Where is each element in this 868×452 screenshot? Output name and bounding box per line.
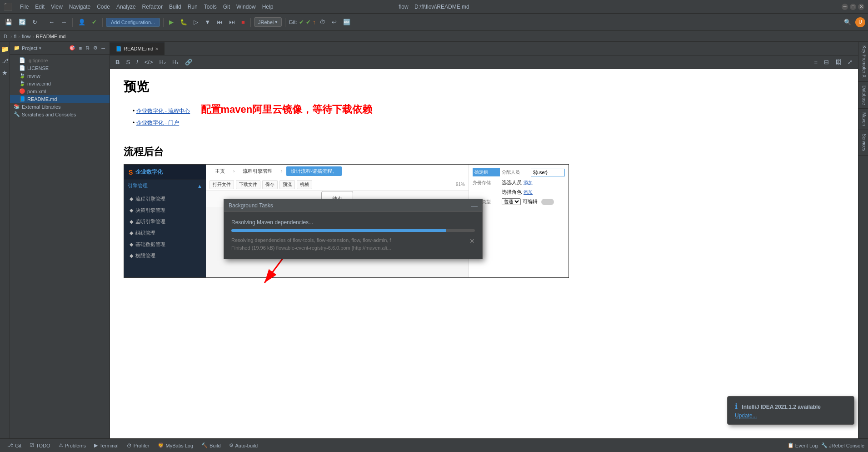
right-tab-key-promoter[interactable]: Key Promoter X [858,42,868,82]
minimize-button[interactable]: ─ [842,4,848,10]
user-avatar-button[interactable]: U [855,17,865,27]
right-tab-database[interactable]: Database [858,82,868,109]
close-button[interactable]: ✕ [858,4,864,10]
menu-file[interactable]: File [17,3,31,11]
locate-file-button[interactable]: 🎯 [68,45,76,51]
jrebel-console-button[interactable]: 🔧 JRebel Console [821,442,864,448]
editor-content[interactable]: 预览 企业数字化 - 流程中心 配置maven阿里云镜像，等待下载依赖 企业数字… [110,69,858,438]
assignee-input[interactable]: ${user} [531,169,565,176]
code-button[interactable]: </> [143,58,155,66]
bottom-tab-profiler[interactable]: ⏱ Profiler [123,442,153,450]
tree-item-external-libs[interactable]: 📚 External Libraries [10,103,110,110]
back-button[interactable]: ← [46,17,57,27]
search-button[interactable]: 🔍 [842,17,853,27]
tree-item-mvnw-cmd[interactable]: 🍃 mvnw.cmd [10,80,110,87]
flow-sidebar-flow-engine[interactable]: ◆ 流程引擎管理 [124,193,206,205]
menu-view[interactable]: View [48,3,65,11]
menu-window[interactable]: Window [234,3,259,11]
forward-button[interactable]: → [59,17,69,27]
debug-button[interactable]: 🐛 [178,17,190,27]
fullscreen-button[interactable]: ⤢ [846,58,854,66]
link-flow-center[interactable]: 企业数字化 - 流程中心 [136,108,190,114]
jrebel-button[interactable]: JRebel ▾ [254,17,282,27]
menu-refactor[interactable]: Refactor [140,3,165,11]
sort-button[interactable]: ⇅ [85,45,90,51]
flow-tab-engine-mgmt[interactable]: 流程引擎管理 [238,166,277,176]
run-button[interactable]: ▶ [167,17,176,27]
sync-button[interactable]: 🔄 [16,17,28,27]
open-file-button[interactable]: 打开文件 [210,180,234,189]
bottom-tab-todo[interactable]: ☑ TODO [26,441,54,450]
event-log-button[interactable]: 📋 Event Log [788,442,818,448]
add-person-link[interactable]: 添加 [524,180,533,186]
update-link[interactable]: Update... [735,412,847,419]
breadcrumb-flow[interactable]: flow [22,34,31,39]
machine-button[interactable]: 机械 [297,180,312,189]
bottom-tab-terminal[interactable]: ▶ Terminal [90,441,122,450]
save-all-button[interactable]: 💾 [3,17,15,27]
bottom-tab-build[interactable]: 🔨 Build [198,441,224,450]
image-view-button[interactable]: 🖼 [833,58,843,66]
tab-close-icon[interactable]: ✕ [155,46,159,51]
tree-item-gitignore[interactable]: 📄 .gitignore [10,56,110,64]
right-tab-maven[interactable]: Maven [858,109,868,130]
menu-tools[interactable]: Tools [201,3,219,11]
list-view-button[interactable]: ≡ [812,58,819,66]
link-portal[interactable]: 企业数字化 - 门户 [136,120,180,126]
flow-sidebar-permission[interactable]: ◆ 权限管理 [124,250,206,261]
settings-button[interactable]: ⚙ [92,45,99,51]
stop-button[interactable]: ■ [239,17,247,27]
tree-item-readme[interactable]: 📘 README.md [10,95,110,103]
cancel-task-button[interactable]: ✕ [469,237,475,245]
collapse-all-button[interactable]: ≡ [78,45,83,51]
git-undo-button[interactable]: ↩ [329,17,339,27]
add-configuration-button[interactable]: Add Configuration... [106,18,160,27]
save-flow-button[interactable]: 保存 [262,180,278,189]
bottom-tab-problems[interactable]: ⚠ Problems [55,441,90,450]
flow-sidebar-decision-engine[interactable]: ◆ 决策引擎管理 [124,205,206,216]
maximize-button[interactable]: □ [850,4,856,10]
download-file-button[interactable]: 下载文件 [236,180,260,189]
split-view-button[interactable]: ⊟ [822,58,831,66]
git-translate-button[interactable]: 🔤 [341,17,353,27]
git-history-button[interactable]: ⏱ [317,17,328,27]
flow-tab-home[interactable]: 主页 [210,166,229,176]
breadcrumb-d[interactable]: D: [4,34,9,39]
bold-button[interactable]: B [114,58,121,66]
add-role-link[interactable]: 添加 [524,189,533,196]
flow-sidebar-org[interactable]: ◆ 组织管理 [124,227,206,239]
commit-icon[interactable]: ⎇ [0,55,10,66]
tab-readme[interactable]: 📘 README.md ✕ [110,42,165,55]
menu-edit[interactable]: Edit [32,3,47,11]
right-tab-services[interactable]: Services [858,130,868,155]
strikethrough-button[interactable]: S [124,58,132,66]
flow-sidebar-base-data[interactable]: ◆ 基础数据管理 [124,239,206,250]
build-dropdown[interactable]: ▼ [202,17,213,27]
step-back[interactable]: ⏮ [215,17,225,27]
refresh-button[interactable]: ↻ [30,17,40,27]
flow-sidebar-monitor-engine[interactable]: ◆ 监听引擎管理 [124,216,206,227]
bottom-tab-mybatis[interactable]: 🦁 MyBatis Log [154,441,197,450]
tree-item-license[interactable]: 📄 LICENSE [10,64,110,72]
dialog-close-button[interactable]: — [471,202,478,209]
h2-button[interactable]: H₂ [157,58,167,66]
bottom-tab-auto-build[interactable]: ⚙ Auto-build [225,441,262,450]
link-button[interactable]: 🔗 [183,58,194,66]
italic-button[interactable]: I [135,58,140,66]
menu-run[interactable]: Run [185,3,200,11]
tree-item-mvnw[interactable]: 🍃 mvnw [10,72,110,80]
project-icon[interactable]: 📁 [0,44,10,55]
breadcrumb-fl[interactable]: fl [14,34,17,39]
breadcrumb-readme[interactable]: README.md [36,34,65,39]
profile-button[interactable]: 👤 [76,17,88,27]
menu-git[interactable]: Git [220,3,233,11]
vcs-button[interactable]: ✔ [90,17,99,27]
flow-engine-parent[interactable]: 引擎管理 ▲ [124,180,206,191]
flow-tab-design[interactable]: 设计流程-请搞流程。 [286,166,342,176]
menu-navigate[interactable]: Navigate [66,3,93,11]
preview-flow-button[interactable]: 预流 [279,180,295,189]
menu-code[interactable]: Code [94,3,113,11]
h1-button[interactable]: H₁ [170,58,180,66]
run-with-coverage[interactable]: ▷ [191,17,200,27]
menu-build[interactable]: Build [166,3,184,11]
